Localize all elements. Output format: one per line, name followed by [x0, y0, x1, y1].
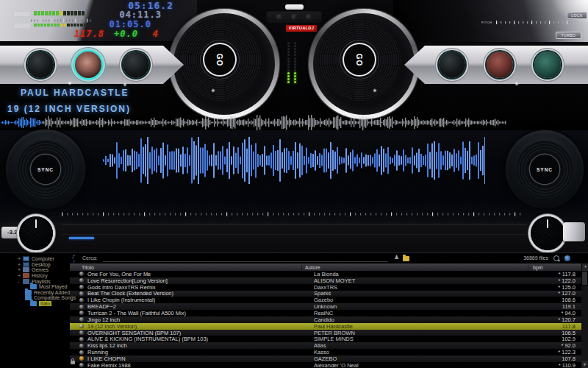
folder-icon[interactable]: [403, 256, 409, 261]
virtualdj-window: 05:16.2 04:11.3 01:05.0 117.8 +0.0 4 PIT…: [0, 0, 588, 368]
tree-item[interactable]: +Desktop: [0, 262, 70, 268]
left-platter[interactable]: GO: [179, 18, 261, 101]
left-jog-wheel[interactable]: SYNC: [6, 130, 85, 209]
search-icon[interactable]: [553, 255, 559, 261]
left-sync-button[interactable]: SYNC: [31, 155, 60, 184]
track-row[interactable]: Fake Remix 1988Alexander 'O Neal* 110.9: [70, 362, 581, 368]
row-bpm: 119.1: [540, 303, 580, 310]
netsearch-icon[interactable]: ♟: [394, 254, 399, 261]
tree-item[interactable]: Recently Added: [0, 290, 70, 296]
column-header-title[interactable]: Titolo: [70, 265, 302, 270]
song-overview-waveform[interactable]: [0, 115, 507, 130]
tree-item[interactable]: +Computer: [0, 256, 70, 262]
left-gain-knob[interactable]: [19, 216, 53, 250]
row-artist: Paul Hardcastle: [314, 323, 540, 330]
tree-expander[interactable]: -: [18, 279, 23, 284]
scrollbar-down-button[interactable]: ▼: [581, 361, 588, 368]
deck-area: 05:16.2 04:11.3 01:05.0 117.8 +0.0 4 PIT…: [0, 0, 588, 130]
search-input[interactable]: [103, 254, 388, 262]
row-bpm: 117.8: [540, 323, 580, 330]
note-icon[interactable]: ♪: [69, 254, 78, 260]
tree-item-label: Computer: [32, 256, 54, 261]
pitch-scale-label: PITCH: [481, 21, 492, 24]
track-row[interactable]: OVERNIGHT SENSATION (BPM 107)PETER BROWN…: [70, 330, 581, 336]
keylock-button[interactable]: LOCK: [567, 12, 587, 19]
tree-item[interactable]: +History: [0, 273, 70, 279]
track-row[interactable]: Turrican 2 - The Wall (Faithful A500 Mix…: [70, 310, 581, 316]
tree-expander[interactable]: +: [18, 273, 23, 278]
column-picker-button[interactable]: +: [581, 263, 588, 271]
left-eq-knob-1[interactable]: [27, 52, 54, 78]
track-row[interactable]: Beat The Clock (Extended Version)Sparks*…: [70, 291, 581, 297]
center-top-button[interactable]: [285, 4, 304, 10]
column-header-artist[interactable]: Autore: [302, 265, 528, 270]
database-icon[interactable]: [564, 255, 570, 261]
right-metal-button[interactable]: [563, 222, 585, 241]
tree-item-label: Most Played: [39, 284, 68, 289]
tree-item-label: Recently Added: [34, 290, 70, 295]
left-turntable[interactable]: GO: [169, 9, 279, 119]
tree-item[interactable]: +Genres: [0, 267, 70, 273]
track-row[interactable]: 19 (12 Inch Version)Paul Hardcastle117.8: [70, 323, 581, 330]
track-row[interactable]: BREADF~2Unknown119.1: [70, 303, 581, 310]
divider-line: [62, 234, 526, 235]
track-row[interactable]: Love Resurrection[Long Version]ALISON MO…: [70, 277, 581, 284]
status-led: [276, 14, 282, 20]
row-title: Running: [87, 349, 314, 355]
row-bpm: * 117.8: [540, 271, 580, 277]
turbo-button[interactable]: TURBO: [556, 32, 581, 39]
tree-expander[interactable]: +: [18, 262, 23, 267]
track-row[interactable]: I LIKE CHOPINGAZEBO107.8: [70, 355, 581, 362]
left-jog-grooves: SYNC: [16, 140, 75, 199]
scrollbar-thumb[interactable]: [581, 271, 588, 286]
list-header: Titolo Autore bpm: [70, 263, 581, 271]
row-title: Jingo 12 inch: [87, 316, 314, 323]
tree-item[interactable]: Most Played: [0, 284, 70, 290]
tree-item[interactable]: Compatible Songs: [0, 295, 70, 301]
track-row[interactable]: ALIVE & KICKING (INSTRUMENTAL) (BPM 103)…: [70, 336, 581, 342]
track-row[interactable]: Kiss lips 12 inchAtlas* 92.0: [70, 342, 581, 349]
rhythm-area: SYNC SYNC: [0, 130, 588, 222]
row-bpm: * 122.3: [540, 349, 580, 355]
track-list: One For You, One For MeLa Bionda* 117.8L…: [70, 271, 581, 368]
right-gain-knob[interactable]: [531, 216, 564, 250]
divider-line: [62, 224, 526, 225]
computer-icon: [23, 256, 29, 261]
right-eq-knob-1[interactable]: [439, 52, 465, 78]
track-row[interactable]: I Like Chopin (Instrumental)Gazebo108.6: [70, 297, 581, 303]
track-row[interactable]: One For You, One For MeLa Bionda* 117.8: [70, 271, 581, 277]
track-row[interactable]: Jingo 12 inchCandido* 120.7: [70, 316, 581, 323]
right-eq-knob-2[interactable]: [487, 52, 513, 78]
row-title: Kiss lips 12 inch: [87, 342, 314, 349]
right-turntable[interactable]: GO: [309, 9, 419, 119]
left-eq-knob-3[interactable]: [123, 52, 149, 78]
right-jog-grooves: SYNC: [516, 141, 573, 198]
row-title: BREADF~2: [87, 303, 314, 310]
rhythm-waveform[interactable]: [103, 137, 485, 184]
meter-scale-button[interactable]: [13, 11, 31, 17]
row-artist: Sparks: [314, 290, 540, 297]
right-platter[interactable]: GO: [318, 18, 401, 101]
right-sync-button[interactable]: SYNC: [530, 155, 559, 184]
tree-expander[interactable]: +: [18, 267, 23, 272]
column-header-bpm[interactable]: bpm: [528, 265, 581, 270]
track-title: 19 (12 INCH VERSION): [7, 104, 131, 114]
left-eq-knob-2-lit[interactable]: [75, 52, 101, 78]
lock-icon: [71, 361, 75, 364]
row-artist: GAZEBO: [314, 355, 540, 362]
row-bpm: * 110.9: [540, 362, 580, 368]
tree-item[interactable]: -Playlists: [0, 278, 70, 284]
right-jog-wheel[interactable]: SYNC: [506, 130, 584, 208]
tree-expander[interactable]: +: [18, 256, 23, 261]
tree-item[interactable]: Italo: [0, 301, 70, 307]
track-status-icon: [79, 337, 84, 342]
row-title: Gods Intro DaxxTRS Remix: [87, 284, 314, 291]
row-bpm: * 120.7: [540, 316, 580, 323]
track-row[interactable]: Gods Intro DaxxTRS RemixDaxxTRS* 125.0: [70, 284, 581, 291]
right-eq-knob-3[interactable]: [534, 52, 561, 78]
row-title: One For You, One For Me: [87, 271, 314, 277]
desktop-icon: [23, 262, 29, 267]
track-row[interactable]: RunningKasso* 122.3: [70, 349, 581, 355]
meter-scale-button[interactable]: [13, 23, 31, 29]
pitch-readout: +0.0: [107, 29, 138, 39]
